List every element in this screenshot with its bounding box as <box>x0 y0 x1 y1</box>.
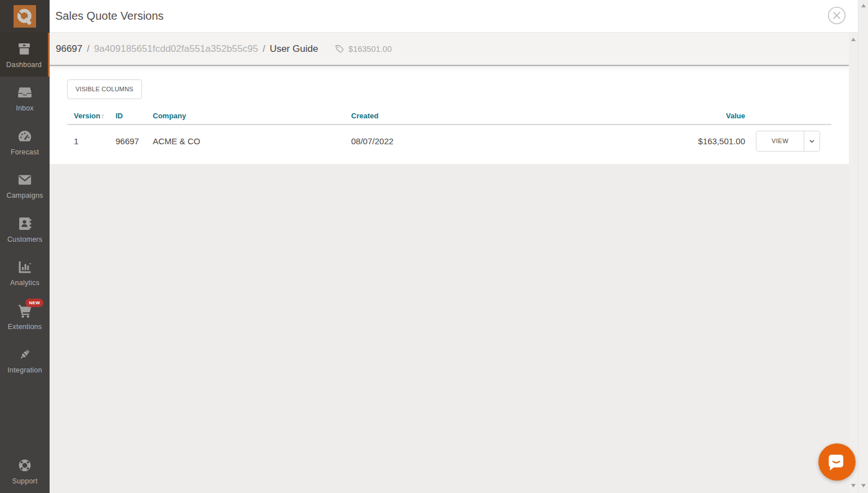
outer-scrollbar[interactable] <box>858 0 868 493</box>
sidebar-item-label: Extentions <box>8 323 42 331</box>
column-header-label: Version <box>74 112 100 120</box>
versions-table: Version↑ ID Company Created Value 1 9669… <box>67 107 831 157</box>
logo-q-icon <box>14 5 36 28</box>
table-header-row: Version↑ ID Company Created Value <box>67 107 831 125</box>
sidebar: Dashboard Inbox Forecast <box>0 0 50 493</box>
address-book-icon <box>15 215 34 232</box>
chat-widget-button[interactable] <box>818 443 856 481</box>
scroll-up-icon[interactable] <box>861 4 866 7</box>
cell-company: ACME & CO <box>146 136 344 146</box>
archive-box-icon <box>15 41 34 57</box>
sidebar-item-label: Support <box>12 477 37 485</box>
scroll-down-icon[interactable] <box>861 484 866 487</box>
sidebar-item-label: Dashboard <box>6 61 42 69</box>
sidebar-item-extentions[interactable]: NEW Extentions <box>0 295 50 339</box>
sidebar-item-label: Forecast <box>11 148 39 156</box>
app-logo[interactable] <box>0 0 50 33</box>
bar-chart-icon <box>15 259 34 276</box>
breadcrumb-quote-id: 96697 <box>56 43 82 55</box>
breadcrumb-separator: / <box>87 44 89 54</box>
sidebar-item-customers[interactable]: Customers <box>0 207 50 251</box>
column-header-value[interactable]: Value <box>671 112 756 120</box>
sidebar-item-label: Analytics <box>10 279 39 287</box>
cell-version: 1 <box>67 136 109 146</box>
new-badge: NEW <box>25 299 43 307</box>
sidebar-item-support[interactable]: Support <box>0 449 50 493</box>
column-header-created[interactable]: Created <box>344 112 671 120</box>
column-header-id[interactable]: ID <box>109 112 146 120</box>
sidebar-item-label: Integration <box>7 366 42 374</box>
visible-columns-button[interactable]: VISIBLE COLUMNS <box>67 79 142 99</box>
view-button[interactable]: VIEW <box>756 131 804 151</box>
breadcrumb: 96697 / 9a409185651fcdd02fa551a352b55c95… <box>50 33 849 66</box>
sidebar-item-label: Customers <box>7 236 42 243</box>
quote-value-text: $163501.00 <box>348 45 392 54</box>
breadcrumb-hash: 9a409185651fcdd02fa551a352b55c95 <box>94 43 258 55</box>
gauge-icon <box>15 128 34 145</box>
plug-icon <box>15 346 34 363</box>
inner-scrollbar[interactable] <box>849 33 858 493</box>
column-header-company[interactable]: Company <box>146 112 344 120</box>
view-dropdown-button[interactable] <box>804 131 820 151</box>
sidebar-item-forecast[interactable]: Forecast <box>0 120 50 164</box>
sidebar-item-dashboard[interactable]: Dashboard <box>0 33 50 77</box>
modal-body: VISIBLE COLUMNS Version↑ ID Company Crea… <box>50 67 849 493</box>
life-ring-icon <box>15 457 34 474</box>
view-split-button: VIEW <box>756 131 820 152</box>
sidebar-item-campaigns[interactable]: Campaigns <box>0 164 50 208</box>
sidebar-item-label: Inbox <box>16 104 34 112</box>
scroll-down-icon[interactable] <box>851 484 856 487</box>
envelope-icon <box>15 171 34 188</box>
breadcrumb-separator: / <box>263 44 265 54</box>
chat-bubble-icon <box>826 451 848 473</box>
versions-card: VISIBLE COLUMNS Version↑ ID Company Crea… <box>50 67 849 164</box>
scroll-up-icon[interactable] <box>851 38 856 41</box>
shopping-cart-icon: NEW <box>15 303 34 319</box>
inbox-tray-icon <box>15 84 34 101</box>
sidebar-item-analytics[interactable]: Analytics <box>0 251 50 295</box>
modal-header: Sales Quote Versions <box>50 0 858 33</box>
quote-value-tag: $163501.00 <box>335 44 392 54</box>
column-header-version[interactable]: Version↑ <box>67 112 109 120</box>
page-title: Sales Quote Versions <box>50 10 163 23</box>
cell-actions: VIEW <box>756 131 831 152</box>
cell-id: 96697 <box>109 136 146 146</box>
sidebar-item-integration[interactable]: Integration <box>0 339 50 383</box>
cell-value: $163,501.00 <box>671 136 756 146</box>
breadcrumb-page: User Guide <box>269 43 318 55</box>
cell-created: 08/07/2022 <box>344 136 671 146</box>
chevron-down-icon <box>808 137 816 145</box>
table-row: 1 96697 ACME & CO 08/07/2022 $163,501.00… <box>67 125 831 157</box>
sort-ascending-icon: ↑ <box>101 112 105 120</box>
price-tag-icon <box>335 44 344 54</box>
close-icon[interactable] <box>827 6 846 25</box>
sidebar-item-label: Campaigns <box>6 192 43 199</box>
sidebar-item-inbox[interactable]: Inbox <box>0 77 50 121</box>
